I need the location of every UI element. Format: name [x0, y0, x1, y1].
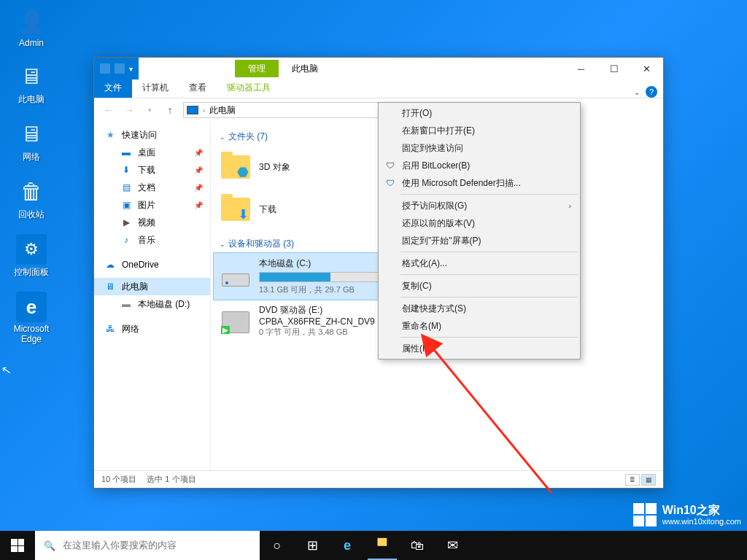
menu-item-label: 固定到快速访问	[402, 142, 463, 155]
nav-videos[interactable]: ▶视频	[94, 214, 210, 231]
pin-icon: 📌	[194, 166, 203, 174]
context-menu-item[interactable]: 🛡使用 Microsoft Defender扫描...	[380, 174, 578, 192]
pin-icon: 📌	[194, 184, 203, 192]
taskview-icon[interactable]: ⊞	[295, 531, 330, 560]
address-bar[interactable]: › 此电脑 ⌄	[183, 102, 395, 118]
desktop-icon-recyclebin[interactable]: 🗑回收站	[6, 176, 57, 221]
menu-separator	[400, 297, 578, 298]
desktop-icon-network[interactable]: 🖥网络	[6, 119, 57, 163]
nav-thispc[interactable]: 🖥此电脑	[94, 278, 210, 295]
drive-dvd[interactable]: DVD 驱动器 (E:) CPBA_X86FRE_ZH-CN_DV9 0 字节 …	[214, 300, 392, 342]
pc-icon	[187, 106, 198, 114]
search-placeholder: 在这里输入你要搜索的内容	[63, 539, 177, 552]
nav-downloads[interactable]: ⬇下载📌	[94, 161, 210, 179]
context-menu-item[interactable]: 授予访问权限(G)›	[380, 197, 578, 214]
breadcrumb-current[interactable]: 此电脑	[209, 104, 236, 117]
status-count: 10 个项目	[101, 474, 136, 485]
context-menu-item[interactable]: 在新窗口中打开(E)	[380, 122, 578, 139]
drive-c[interactable]: 本地磁盘 (C:) 13.1 GB 可用，共 29.7 GB	[214, 253, 392, 300]
nav-desktop[interactable]: ▬桌面📌	[94, 144, 210, 161]
context-menu-item[interactable]: 打开(O)	[380, 104, 578, 122]
maximize-button[interactable]: ☐	[597, 58, 630, 79]
desktop-icon-admin[interactable]: 👤Admin	[6, 6, 57, 48]
context-menu-item[interactable]: 格式化(A)...	[380, 254, 578, 272]
nav-pictures[interactable]: ▣图片📌	[94, 196, 210, 214]
qat-dropdown-icon[interactable]: ▾	[129, 65, 133, 73]
store-icon[interactable]: 🛍	[400, 531, 435, 560]
menu-item-label: 授予访问权限(G)	[402, 200, 467, 212]
tab-drive-tools[interactable]: 驱动器工具	[217, 78, 281, 98]
menu-item-label: 使用 Microsoft Defender扫描...	[402, 177, 521, 190]
ribbon-tabs: 文件 计算机 查看 驱动器工具 ⌄ ?	[94, 79, 663, 98]
mail-icon[interactable]: ✉	[435, 531, 470, 560]
start-button[interactable]	[0, 531, 35, 560]
drive-c-label: 本地磁盘 (C:)	[259, 257, 387, 270]
nav-music[interactable]: ♪音乐	[94, 231, 210, 249]
explorer-taskbar-icon[interactable]: ▀	[365, 531, 400, 560]
folder-downloads[interactable]: ⬇下载	[214, 188, 392, 230]
menu-item-label: 格式化(A)...	[402, 257, 447, 270]
status-selected: 选中 1 个项目	[147, 474, 196, 485]
pin-icon: 📌	[194, 201, 203, 209]
submenu-arrow-icon: ›	[569, 202, 571, 210]
menu-item-label: 重命名(M)	[402, 320, 441, 332]
qat-icon[interactable]	[100, 63, 110, 74]
tab-view[interactable]: 查看	[179, 78, 217, 98]
titlebar[interactable]: ▾ 管理 此电脑 ─ ☐ ✕	[94, 58, 663, 79]
nav-documents[interactable]: ▤文档📌	[94, 179, 210, 196]
ribbon-collapse-icon[interactable]: ⌄	[634, 88, 640, 96]
chevron-down-icon: ⌄	[220, 133, 225, 141]
taskbar-search[interactable]: 🔍 在这里输入你要搜索的内容	[35, 531, 260, 560]
context-menu-item[interactable]: 创建快捷方式(S)	[380, 300, 578, 317]
menu-item-icon: 🛡	[384, 160, 396, 171]
system-tray[interactable]	[741, 531, 747, 560]
desktop-icon-thispc[interactable]: 🖥此电脑	[6, 61, 57, 106]
tab-computer[interactable]: 计算机	[132, 78, 179, 98]
nav-back-icon[interactable]: ←	[101, 103, 116, 117]
nav-quick-access[interactable]: ★快速访问	[94, 126, 210, 144]
context-menu: 打开(O)在新窗口中打开(E)固定到快速访问🛡启用 BitLocker(B)🛡使…	[378, 102, 581, 359]
quick-access-toolbar: ▾	[94, 58, 139, 79]
view-tiles-icon[interactable]: ▦	[641, 474, 656, 486]
desktop-icon-edge[interactable]: eMicrosoft Edge	[6, 292, 57, 344]
view-details-icon[interactable]: ≣	[625, 474, 640, 486]
watermark-url: www.win10xitong.com	[662, 517, 741, 526]
folder-3d-objects[interactable]: ⬣3D 对象	[214, 146, 392, 188]
cortana-icon[interactable]: ○	[260, 531, 295, 560]
edge-icon[interactable]: e	[330, 531, 365, 560]
window-title: 此电脑	[292, 63, 318, 75]
menu-item-label: 固定到"开始"屏幕(P)	[402, 235, 481, 247]
close-button[interactable]: ✕	[630, 58, 663, 79]
drive-dvd-label: DVD 驱动器 (E:)	[259, 304, 387, 316]
drive-c-usage-bar	[259, 272, 387, 282]
menu-item-label: 还原以前的版本(V)	[402, 217, 475, 230]
context-menu-item[interactable]: 🛡启用 BitLocker(B)	[380, 157, 578, 174]
watermark: Win10之家 www.win10xitong.com	[633, 503, 741, 526]
context-menu-item[interactable]: 属性(R)	[380, 340, 578, 357]
context-menu-item[interactable]: 还原以前的版本(V)	[380, 214, 578, 232]
nav-up-icon[interactable]: ↑	[163, 103, 177, 117]
context-menu-item[interactable]: 固定到快速访问	[380, 139, 578, 157]
context-menu-item[interactable]: 固定到"开始"屏幕(P)	[380, 232, 578, 249]
context-menu-item[interactable]: 重命名(M)	[380, 317, 578, 335]
minimize-button[interactable]: ─	[565, 58, 597, 79]
menu-separator	[400, 274, 578, 275]
nav-dropdown-icon[interactable]: ▾	[142, 103, 157, 117]
drive-dvd-sublabel: CPBA_X86FRE_ZH-CN_DV9	[259, 316, 387, 327]
menu-separator	[400, 337, 578, 338]
context-menu-item[interactable]: 复制(C)	[380, 277, 578, 295]
taskbar: 🔍 在这里输入你要搜索的内容 ○ ⊞ e ▀ 🛍 ✉	[0, 531, 747, 560]
help-icon[interactable]: ?	[646, 86, 657, 98]
contextual-tab-manage[interactable]: 管理	[235, 60, 279, 77]
menu-item-label: 属性(R)	[402, 343, 432, 355]
tab-file[interactable]: 文件	[94, 78, 132, 98]
nav-onedrive[interactable]: ☁OneDrive	[94, 256, 210, 273]
qat-icon[interactable]	[115, 63, 125, 74]
desktop-icon-controlpanel[interactable]: ⚙控制面板	[6, 234, 57, 279]
nav-network[interactable]: 🖧网络	[94, 320, 210, 338]
nav-localdisk-d[interactable]: ▬本地磁盘 (D:)	[94, 295, 210, 313]
breadcrumb-chevron-icon: ›	[203, 106, 205, 114]
menu-item-label: 复制(C)	[402, 280, 432, 292]
mouse-cursor: ↖	[0, 362, 12, 378]
menu-item-label: 创建快捷方式(S)	[402, 303, 466, 315]
